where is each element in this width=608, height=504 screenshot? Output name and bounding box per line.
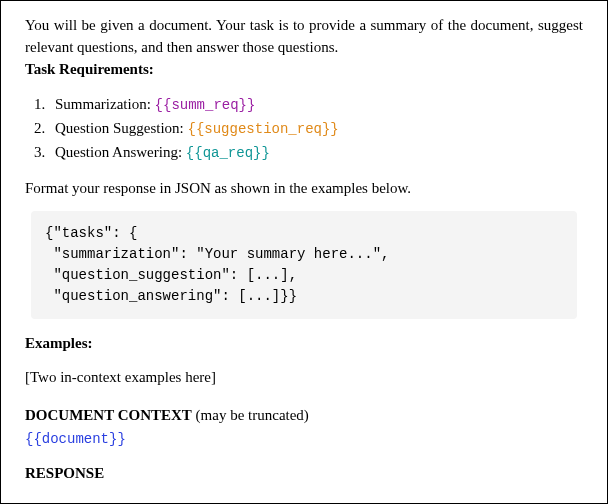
- doc-context-rest: (may be truncated): [192, 407, 309, 423]
- examples-placeholder: [Two in-context examples here]: [25, 367, 583, 389]
- req-summarization: Summarization: {{summ_req}}: [49, 94, 583, 116]
- code-line: "question_suggestion": [...],: [45, 267, 297, 283]
- requirements-list: Summarization: {{summ_req}} Question Sug…: [25, 94, 583, 163]
- code-line: {"tasks": {: [45, 225, 137, 241]
- response-heading: RESPONSE: [25, 463, 583, 485]
- req-question-suggestion: Question Suggestion: {{suggestion_req}}: [49, 118, 583, 140]
- code-line: "summarization": "Your summary here...",: [45, 246, 389, 262]
- req-label: Summarization:: [55, 96, 155, 112]
- task-requirements-label: Task Requirements:: [25, 61, 154, 77]
- document-context-heading: DOCUMENT CONTEXT (may be truncated): [25, 405, 583, 427]
- placeholder-document: {{document}}: [25, 429, 583, 449]
- intro-paragraph: You will be given a document. Your task …: [25, 15, 583, 80]
- format-note: Format your response in JSON as shown in…: [25, 178, 583, 200]
- intro-text: You will be given a document. Your task …: [25, 17, 583, 55]
- prompt-template-frame: You will be given a document. Your task …: [0, 0, 608, 504]
- json-format-codeblock: {"tasks": { "summarization": "Your summa…: [31, 211, 577, 319]
- code-line: "question_answering": [...]}}: [45, 288, 297, 304]
- doc-context-bold: DOCUMENT CONTEXT: [25, 407, 192, 423]
- req-question-answering: Question Answering: {{qa_req}}: [49, 142, 583, 164]
- placeholder-qa-req: {{qa_req}}: [186, 145, 270, 161]
- examples-heading: Examples:: [25, 333, 583, 355]
- req-label: Question Suggestion:: [55, 120, 188, 136]
- req-label: Question Answering:: [55, 144, 186, 160]
- placeholder-summ-req: {{summ_req}}: [155, 97, 256, 113]
- placeholder-suggestion-req: {{suggestion_req}}: [188, 121, 339, 137]
